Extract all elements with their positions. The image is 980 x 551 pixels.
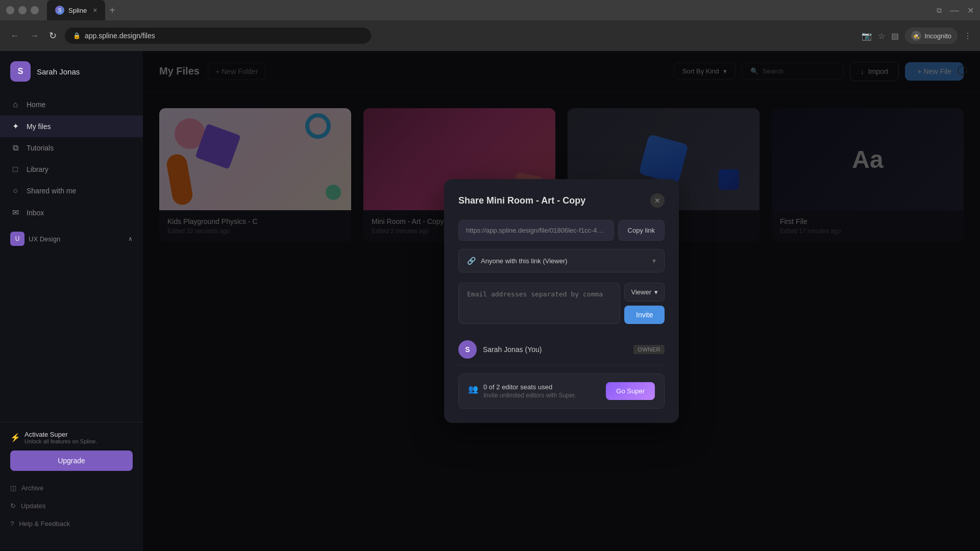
lock-icon: 🔒 — [73, 32, 81, 39]
tab-close-icon[interactable]: × — [93, 6, 97, 14]
workspace-section: U UX Design ∧ — [0, 232, 143, 246]
toolbar-right: 📷 ☆ ▤ 🕵 Incognito ⋮ — [862, 28, 972, 44]
avatar: S — [10, 61, 31, 82]
archive-label: Archive — [21, 484, 43, 492]
updates-icon: ↻ — [10, 502, 16, 510]
refresh-button[interactable]: ↻ — [47, 28, 59, 43]
window-controls: − □ × — [6, 6, 39, 14]
sidebar-nav: ⌂ Home ✦ My files ⧉ Tutorials □ Library … — [0, 94, 143, 422]
incognito-icon: 🕵 — [911, 31, 921, 41]
browser-chrome: − □ × S Spline × + ⧉ — ✕ ← → ↻ 🔒 app.spl… — [0, 0, 980, 51]
sidebar-item-label: Inbox — [27, 209, 44, 217]
sidebar-item-label: Tutorials — [27, 144, 54, 152]
owner-badge: OWNER — [633, 345, 665, 354]
sidebar-item-label: Shared with me — [27, 187, 76, 195]
menu-icon[interactable]: ⋮ — [964, 31, 972, 41]
seats-subtitle: Invite unlimited editors with Super. — [483, 392, 576, 399]
modal-overlay[interactable]: Share Mini Room - Art - Copy ✕ https://a… — [143, 51, 980, 551]
sidebar-item-archive[interactable]: ◫ Archive — [10, 479, 133, 497]
invite-row: Viewer ▾ Invite — [458, 283, 665, 324]
back-button[interactable]: ← — [8, 29, 21, 43]
sidebar-item-updates[interactable]: ↻ Updates — [10, 497, 133, 515]
modal-title: Share Mini Room - Art - Copy — [458, 195, 585, 206]
tab-title: Spline — [68, 7, 87, 14]
sidebar-item-inbox[interactable]: ✉ Inbox — [0, 202, 143, 223]
user-name: Sarah Jonas — [37, 67, 80, 76]
incognito-badge[interactable]: 🕵 Incognito — [905, 28, 958, 44]
app: S Sarah Jonas ⌂ Home ✦ My files ⧉ Tutori… — [0, 51, 980, 551]
window-minimize-icon[interactable]: — — [950, 5, 959, 16]
workspace-chevron-icon: ∧ — [128, 235, 133, 242]
updates-label: Updates — [21, 502, 45, 510]
access-chevron-icon: ▾ — [652, 257, 656, 265]
link-row: https://app.spline.design/file/01806lec-… — [458, 220, 665, 241]
tutorials-icon: ⧉ — [10, 143, 20, 153]
forward-button[interactable]: → — [28, 29, 41, 43]
sidebar-item-help[interactable]: ? Help & Feedback — [10, 515, 133, 533]
invite-button[interactable]: Invite — [624, 306, 665, 324]
address-text: app.spline.design/files — [85, 32, 155, 40]
window-close-icon[interactable]: ✕ — [967, 6, 974, 15]
go-super-button[interactable]: Go Super — [606, 382, 655, 400]
seats-icon: 👥 — [468, 384, 478, 394]
main-content: My Files + New Folder Sort By Kind ▾ 🔍 S… — [143, 51, 980, 551]
minimize-button[interactable]: − — [6, 6, 14, 14]
sidebar-item-label: Home — [27, 101, 45, 109]
owner-avatar: S — [458, 340, 477, 359]
inbox-icon: ✉ — [10, 208, 20, 217]
sidebar-footer-items: ◫ Archive ↻ Updates ? Help & Feedback — [10, 479, 133, 533]
seats-row: 👥 0 of 2 editor seats used Invite unlimi… — [458, 373, 665, 409]
workspace-header[interactable]: U UX Design ∧ — [10, 232, 133, 246]
archive-icon: ◫ — [10, 484, 16, 492]
workspace-icon: U — [10, 232, 24, 246]
access-label: Anyone with this link (Viewer) — [481, 257, 568, 265]
bookmark-icon[interactable]: ☆ — [878, 31, 885, 41]
sidebar-item-tutorials[interactable]: ⧉ Tutorials — [0, 137, 143, 159]
link-input[interactable]: https://app.spline.design/file/01806lec-… — [458, 220, 614, 241]
browser-tab[interactable]: S Spline × — [47, 0, 105, 20]
files-icon: ✦ — [10, 121, 20, 131]
sidebar-user: S Sarah Jonas — [0, 61, 143, 94]
copy-link-button[interactable]: Copy link — [618, 220, 665, 241]
new-tab-button[interactable]: + — [109, 5, 115, 16]
sidebar-item-label: My files — [27, 122, 51, 131]
upgrade-button[interactable]: Upgrade — [10, 450, 133, 471]
invite-right: Viewer ▾ Invite — [624, 283, 665, 324]
sidebar-item-home[interactable]: ⌂ Home — [0, 94, 143, 115]
workspace-label: UX Design — [29, 235, 60, 243]
activate-title: Activate Super — [24, 431, 97, 438]
modal-close-button[interactable]: ✕ — [650, 193, 665, 208]
sidebar-bottom: ⚡ Activate Super Unlock all features on … — [0, 422, 143, 541]
sidebar-item-library[interactable]: □ Library — [0, 159, 143, 180]
address-bar[interactable]: 🔒 app.spline.design/files — [65, 28, 371, 44]
sidebar-item-my-files[interactable]: ✦ My files — [0, 115, 143, 137]
home-icon: ⌂ — [10, 100, 20, 109]
help-icon: ? — [10, 520, 14, 528]
help-label: Help & Feedback — [19, 520, 70, 528]
share-modal: Share Mini Room - Art - Copy ✕ https://a… — [444, 179, 679, 423]
incognito-label: Incognito — [924, 32, 951, 40]
viewer-label: Viewer — [631, 288, 651, 296]
access-row[interactable]: 🔗 Anyone with this link (Viewer) ▾ — [458, 249, 665, 272]
email-input[interactable] — [458, 283, 620, 324]
access-left: 🔗 Anyone with this link (Viewer) — [467, 257, 568, 265]
sidebar: S Sarah Jonas ⌂ Home ✦ My files ⧉ Tutori… — [0, 51, 143, 551]
sidebar-toggle-icon[interactable]: ▤ — [891, 31, 899, 41]
viewer-chevron-icon: ▾ — [654, 288, 658, 296]
sidebar-item-shared[interactable]: ○ Shared with me — [0, 180, 143, 202]
seats-info: 👥 0 of 2 editor seats used Invite unlimi… — [468, 383, 576, 399]
activate-subtitle: Unlock all features on Spline. — [24, 438, 97, 444]
lightning-icon: ⚡ — [10, 433, 20, 442]
viewer-select[interactable]: Viewer ▾ — [624, 283, 665, 302]
restore-down-icon[interactable]: ⧉ — [937, 6, 942, 15]
library-icon: □ — [10, 165, 20, 174]
browser-toolbar: ← → ↻ 🔒 app.spline.design/files 📷 ☆ ▤ 🕵 … — [0, 20, 980, 51]
link-icon: 🔗 — [467, 257, 476, 265]
maximize-button[interactable]: □ — [18, 6, 27, 14]
close-button[interactable]: × — [31, 6, 39, 14]
camera-icon[interactable]: 📷 — [862, 31, 872, 41]
activate-text: Activate Super Unlock all features on Sp… — [24, 431, 97, 444]
owner-row: S Sarah Jonas (You) OWNER — [458, 334, 665, 365]
tab-favicon: S — [55, 6, 64, 15]
tab-bar: S Spline × + — [47, 0, 115, 20]
